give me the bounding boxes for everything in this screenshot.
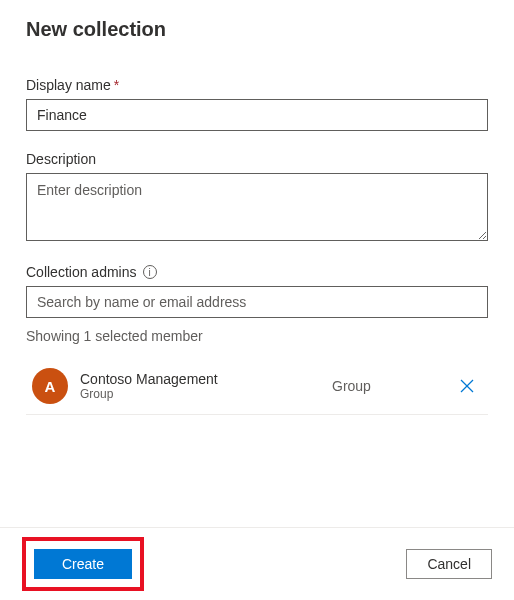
close-icon xyxy=(460,379,474,393)
collection-admins-search-input[interactable] xyxy=(26,286,488,318)
selected-member-count: Showing 1 selected member xyxy=(26,328,488,344)
avatar: A xyxy=(32,368,68,404)
member-subtext: Group xyxy=(80,387,332,401)
member-type: Group xyxy=(332,378,452,394)
display-name-label-text: Display name xyxy=(26,77,111,93)
display-name-input[interactable] xyxy=(26,99,488,131)
member-name: Contoso Management xyxy=(80,371,332,387)
page-title: New collection xyxy=(26,18,488,41)
cancel-button[interactable]: Cancel xyxy=(406,549,492,579)
description-label: Description xyxy=(26,151,488,167)
required-asterisk: * xyxy=(114,77,119,93)
collection-admins-label-text: Collection admins xyxy=(26,264,137,280)
create-button[interactable]: Create xyxy=(34,549,132,579)
collection-admins-label: Collection admins i xyxy=(26,264,488,280)
remove-member-button[interactable] xyxy=(452,379,482,393)
description-field: Description xyxy=(26,151,488,244)
create-button-highlight: Create xyxy=(22,537,144,591)
description-label-text: Description xyxy=(26,151,96,167)
description-input[interactable] xyxy=(26,173,488,241)
info-icon[interactable]: i xyxy=(143,265,157,279)
display-name-label: Display name * xyxy=(26,77,488,93)
member-row: A Contoso Management Group Group xyxy=(26,358,488,415)
member-info: Contoso Management Group xyxy=(80,371,332,401)
footer: Create Cancel xyxy=(0,528,514,600)
display-name-field: Display name * xyxy=(26,77,488,131)
collection-admins-field: Collection admins i Showing 1 selected m… xyxy=(26,264,488,415)
